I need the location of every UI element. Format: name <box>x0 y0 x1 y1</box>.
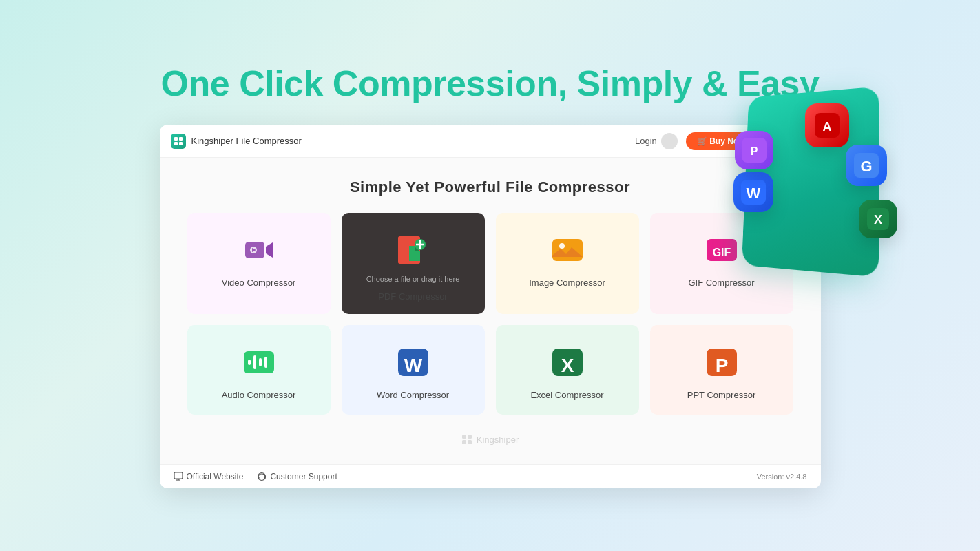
svg-text:X: X <box>561 355 574 376</box>
svg-rect-23 <box>552 239 583 261</box>
pdf-label: PDF Compressor <box>378 291 447 302</box>
monitor-icon <box>174 472 183 481</box>
customer-support-link[interactable]: Customer Support <box>257 472 337 481</box>
gif-label: GIF Compressor <box>688 278 754 288</box>
tool-card-image[interactable]: Image Compressor <box>496 213 639 314</box>
svg-rect-12 <box>174 142 178 145</box>
svg-rect-28 <box>248 360 251 365</box>
deco-excel-icon: X <box>859 200 897 238</box>
login-label: Login <box>635 136 657 146</box>
svg-rect-2 <box>854 153 879 178</box>
svg-text:A: A <box>823 120 832 134</box>
app-window: Kingshiper File Compressor Login 🛒 Buy N… <box>160 125 821 488</box>
svg-rect-30 <box>259 358 262 366</box>
ppt-icon: P <box>702 343 741 382</box>
tool-card-audio[interactable]: Audio Compressor <box>187 325 331 415</box>
tool-card-video[interactable]: Video Compressor <box>187 213 331 314</box>
user-avatar <box>661 133 678 149</box>
minimize-button[interactable] <box>773 136 782 146</box>
svg-rect-47 <box>264 477 266 479</box>
footer-links: Official Website Customer Support <box>174 472 757 481</box>
title-bar-right: Login 🛒 Buy Now <box>635 132 809 150</box>
section-title: Simple Yet Powerful File Compressor <box>187 178 793 196</box>
buy-now-button[interactable]: 🛒 Buy Now <box>686 132 756 150</box>
headset-icon <box>257 472 267 481</box>
pdf-icon <box>394 231 432 269</box>
svg-rect-38 <box>462 435 466 439</box>
image-label: Image Compressor <box>529 278 605 288</box>
title-bar: Kingshiper File Compressor Login 🛒 Buy N… <box>160 125 821 158</box>
app-content: Simple Yet Powerful File Compressor Vide… <box>160 158 821 464</box>
tool-card-word[interactable]: W Word Compressor <box>342 325 485 415</box>
excel-icon: X <box>548 343 587 382</box>
word-icon: W <box>394 343 432 382</box>
svg-text:P: P <box>715 355 728 376</box>
app-footer: Official Website Customer Support Versio… <box>160 464 821 488</box>
ppt-label: PPT Compressor <box>687 390 755 400</box>
tool-card-ppt[interactable]: P PPT Compressor <box>650 325 793 415</box>
tools-grid: Video Compressor <box>187 213 793 415</box>
tool-card-gif[interactable]: GIF GIF Compressor <box>650 213 793 314</box>
tool-card-excel[interactable]: X Excel Compressor <box>496 325 639 415</box>
close-button[interactable] <box>800 136 810 146</box>
svg-rect-41 <box>468 440 472 444</box>
svg-rect-46 <box>258 477 260 479</box>
svg-text:W: W <box>404 355 422 376</box>
deco-g-icon: G <box>846 145 887 186</box>
hero-title: One Click Compression, Simply & Easy <box>161 63 820 104</box>
gif-icon: GIF <box>702 231 741 269</box>
svg-rect-11 <box>179 137 183 141</box>
svg-rect-13 <box>179 142 183 145</box>
svg-rect-39 <box>468 435 472 439</box>
video-icon <box>240 231 278 269</box>
svg-rect-40 <box>462 440 466 444</box>
customer-support-label: Customer Support <box>270 472 337 481</box>
audio-label: Audio Compressor <box>222 390 296 400</box>
maximize-button[interactable] <box>786 136 796 146</box>
svg-point-24 <box>559 243 565 249</box>
svg-rect-42 <box>174 472 183 479</box>
app-title: Kingshiper File Compressor <box>191 136 636 146</box>
svg-rect-8 <box>867 208 889 230</box>
svg-rect-10 <box>174 137 178 141</box>
login-button[interactable]: Login <box>635 133 678 149</box>
window-controls <box>773 136 810 146</box>
app-logo <box>171 134 186 149</box>
drag-text: Choose a file or drag it here <box>366 275 460 283</box>
official-website-link[interactable]: Official Website <box>174 472 244 481</box>
watermark-text: Kingshiper <box>477 435 519 445</box>
video-label: Video Compressor <box>222 278 295 288</box>
svg-text:X: X <box>874 213 882 227</box>
pdf-drag-area: Choose a file or drag it here <box>354 231 472 283</box>
word-label: Word Compressor <box>377 390 449 400</box>
tool-card-pdf[interactable]: Choose a file or drag it here PDF Compre… <box>342 213 485 314</box>
image-icon <box>548 231 587 269</box>
watermark: Kingshiper <box>187 428 793 450</box>
official-website-label: Official Website <box>187 472 244 481</box>
version-label: Version: v2.4.8 <box>757 472 807 481</box>
svg-text:GIF: GIF <box>712 247 731 258</box>
svg-rect-29 <box>253 355 256 369</box>
audio-icon <box>240 343 278 382</box>
svg-text:G: G <box>860 158 872 175</box>
excel-label: Excel Compressor <box>530 390 603 400</box>
svg-rect-31 <box>264 357 267 368</box>
watermark-logo-icon <box>461 434 472 445</box>
